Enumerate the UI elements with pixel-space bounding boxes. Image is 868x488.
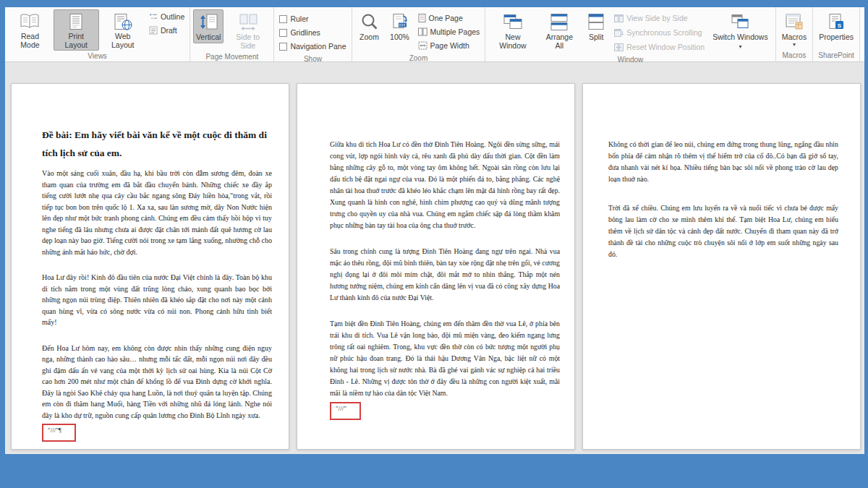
document-page-3[interactable]: Không có thời gian để leo núi, chúng em … (582, 83, 861, 450)
sharepoint-group-label: SharePoint (815, 51, 857, 61)
synchronous-scrolling-label: Synchronous Scrolling (626, 28, 702, 37)
view-ribbon: Read Mode Print Layout Web Layout (5, 7, 864, 62)
web-layout-icon (113, 13, 133, 30)
draft-label: Draft (161, 26, 177, 35)
outline-button[interactable]: Outline (148, 11, 186, 22)
new-window-icon (502, 13, 524, 31)
multiple-pages-label: Multiple Pages (430, 27, 480, 36)
switch-windows-label: Switch Windows ▾ (711, 33, 770, 50)
read-mode-label: Read Mode (11, 33, 49, 49)
ribbon-group-page-movement: Vertical Side to Side Page Movement (190, 7, 274, 61)
macros-group-label: Macros (778, 51, 810, 61)
checkbox-icon (279, 29, 287, 37)
ruler-checkbox[interactable]: Ruler (278, 13, 347, 25)
macros-button[interactable]: Macros ▾ (779, 9, 809, 49)
document-page-2[interactable]: Giữa khu di tích Hoa Lư có đền thờ Đinh … (297, 83, 575, 450)
paragraph: Vào một sáng cuối xuân, đầu hạ, khi bầu … (42, 168, 272, 257)
synchronous-scrolling-icon (614, 29, 624, 37)
read-mode-button[interactable]: Read Mode (8, 9, 52, 51)
zoom-100-icon (391, 13, 409, 31)
page-width-label: Page Width (430, 41, 469, 50)
page-width-icon (418, 41, 427, 50)
ribbon-group-views: Read Mode Print Layout Web Layout (5, 7, 190, 61)
gridlines-checkbox[interactable]: Gridlines (278, 27, 347, 38)
ribbon-group-zoom: Zoom 100% One Page (352, 7, 486, 61)
document-canvas: Đề bài: Em hãy viết bài văn kể về một cu… (5, 62, 864, 454)
vertical-label: Vertical (196, 33, 221, 42)
paragraph: Sâu trong chính cung là tượng Đinh Tiên … (330, 246, 560, 304)
outline-icon (149, 12, 158, 21)
read-mode-icon (19, 13, 41, 30)
print-layout-icon (67, 13, 85, 30)
side-to-side-label: Side to Side (228, 33, 268, 50)
side-to-side-button[interactable]: Side to Side (225, 9, 271, 51)
draft-icon (149, 26, 158, 35)
properties-icon: S (825, 13, 847, 31)
paragraph: Đến Hoa Lư hôm nay, em không còn được nh… (42, 343, 272, 421)
view-side-by-side-label: View Side by Side (626, 14, 687, 22)
navigation-pane-label: Navigation Pane (290, 42, 346, 51)
one-page-label: One Page (429, 14, 463, 22)
paragraph: Trời đã xế chiều. Chúng em lưu luyến ra … (608, 202, 838, 260)
macros-icon (783, 13, 805, 31)
arrange-all-label: Arrange All (542, 33, 578, 50)
one-page-button[interactable]: One Page (417, 12, 482, 24)
arrange-all-button[interactable]: Arrange All (539, 9, 581, 51)
split-icon (585, 13, 607, 31)
word-window-frame: Read Mode Print Layout Web Layout (0, 0, 868, 488)
svg-text:S: S (838, 22, 842, 29)
split-label: Split (589, 33, 603, 42)
paragraph: Không có thời gian để leo núi, chúng em … (608, 139, 838, 185)
view-side-by-side-icon (614, 14, 624, 22)
outline-label: Outline (161, 12, 184, 21)
checkbox-icon (279, 15, 287, 23)
web-layout-button[interactable]: Web Layout (101, 9, 145, 51)
ruler-label: Ruler (290, 14, 308, 23)
checkbox-icon (279, 43, 287, 51)
macros-label: Macros (782, 33, 807, 42)
new-window-label: New Window (491, 33, 534, 50)
paragraph: Hoa Lư đây rồi! Kinh đô đầu tiên của nướ… (42, 272, 272, 328)
reset-window-position-button[interactable]: Reset Window Position (613, 41, 706, 53)
highlighted-formatting-marks: "///" (330, 402, 361, 420)
switch-windows-icon (729, 13, 751, 31)
ribbon-group-sharepoint: S Properties SharePoint (813, 7, 860, 61)
views-group-label: Views (7, 51, 187, 61)
zoom-100-label: 100% (390, 33, 409, 42)
split-button[interactable]: Split (582, 9, 610, 43)
zoom-button[interactable]: Zoom (355, 9, 384, 43)
essay-title: Đề bài: Em hãy viết bài văn kể về một cu… (42, 126, 272, 162)
view-side-by-side-button[interactable]: View Side by Side (613, 12, 706, 24)
reset-window-position-label: Reset Window Position (626, 43, 705, 51)
navigation-pane-checkbox[interactable]: Navigation Pane (278, 40, 347, 52)
zoom-label: Zoom (359, 33, 379, 42)
paragraph: Giữa khu di tích Hoa Lư có đền thờ Đinh … (330, 139, 560, 231)
side-to-side-icon (237, 13, 259, 31)
page-movement-group-label: Page Movement (192, 52, 271, 61)
switch-windows-button[interactable]: Switch Windows ▾ (708, 9, 773, 51)
highlighted-formatting-marks: "///"¶ (42, 424, 76, 442)
zoom-icon (360, 13, 379, 31)
ribbon-empty-space (860, 7, 864, 61)
arrange-all-icon (548, 13, 570, 31)
synchronous-scrolling-button[interactable]: Synchronous Scrolling (613, 27, 706, 38)
page-width-button[interactable]: Page Width (417, 40, 482, 51)
multiple-pages-icon (418, 27, 427, 36)
draft-button[interactable]: Draft (148, 25, 186, 36)
print-layout-button[interactable]: Print Layout (54, 9, 99, 51)
properties-button[interactable]: S Properties (816, 9, 856, 43)
web-layout-label: Web Layout (103, 33, 142, 49)
new-window-button[interactable]: New Window (488, 9, 537, 51)
multiple-pages-button[interactable]: Multiple Pages (417, 26, 482, 38)
reset-window-position-icon (614, 43, 624, 51)
vertical-button[interactable]: Vertical (193, 9, 224, 43)
document-page-1[interactable]: Đề bài: Em hãy viết bài văn kể về một cu… (11, 83, 289, 450)
chevron-down-icon: ▾ (793, 42, 796, 48)
paragraph: Tạm biệt đền Đinh Tiên Hoàng, chúng em đ… (330, 318, 560, 399)
ribbon-group-macros: Macros ▾ Macros (776, 7, 813, 61)
chevron-down-icon: ▾ (739, 43, 741, 50)
ribbon-group-show: Ruler Gridlines Navigation Pane Show (274, 7, 352, 61)
vertical-icon (198, 13, 218, 31)
gridlines-label: Gridlines (290, 28, 320, 37)
zoom-100-button[interactable]: 100% (386, 9, 414, 43)
